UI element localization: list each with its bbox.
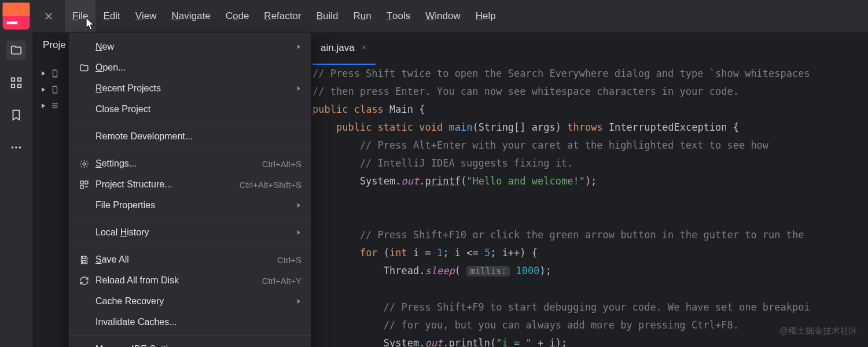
code-line: // Press Alt+Enter with your caret at th… (312, 136, 868, 154)
menu-separator (69, 335, 311, 336)
code-line: // Press Shift twice to open the Search … (312, 65, 868, 83)
menu-item-project-structure-[interactable]: Project Structure...Ctrl+Alt+Shift+S (69, 174, 311, 195)
menu-item-recent-projects[interactable]: Recent Projects (69, 78, 311, 99)
svg-rect-18 (80, 181, 83, 184)
menu-item-label: New (95, 42, 290, 52)
code-line: // Press Shift+F9 to start debugging you… (312, 298, 868, 316)
code-line: ▸public class Main { (312, 101, 868, 119)
menu-item-save-all[interactable]: Save AllCtrl+S (69, 249, 311, 270)
chevron-right-icon (296, 296, 301, 307)
menu-item-label: Manage IDE Settings (95, 344, 290, 347)
folder-icon (78, 63, 90, 73)
project-tree (41, 69, 59, 110)
structure-icon (78, 180, 90, 190)
menu-item-reload-all-from-disk[interactable]: Reload All from DiskCtrl+Alt+Y (69, 270, 311, 291)
menu-item-settings-[interactable]: Settings...Ctrl+Alt+S (69, 153, 311, 174)
more-icon[interactable] (6, 138, 26, 157)
menu-item-label: Remote Development... (95, 131, 301, 142)
svg-rect-7 (12, 84, 15, 88)
menu-item-label: Reload All from Disk (95, 275, 256, 286)
menu-item-label: Close Project (95, 104, 301, 115)
code-line: // Press Shift+F10 or click the green ar… (312, 226, 868, 244)
menu-item-new[interactable]: New (69, 36, 311, 57)
menu-item-manage-ide-settings[interactable]: Manage IDE Settings (69, 339, 311, 347)
svg-rect-20 (80, 185, 83, 188)
menu-shortcut: Ctrl+Alt+S (262, 159, 301, 169)
menu-separator (69, 150, 311, 150)
svg-rect-8 (18, 84, 21, 88)
menu-edit[interactable]: Edit (95, 0, 127, 32)
menu-item-label: Open... (95, 62, 301, 73)
editor-tab-strip: ain.java (312, 32, 376, 65)
svg-rect-5 (12, 78, 15, 82)
svg-point-17 (83, 163, 85, 165)
svg-rect-21 (82, 260, 86, 263)
menu-item-open-[interactable]: Open... (69, 57, 311, 78)
watermark-text: @稀土掘金技术社区 (779, 326, 858, 337)
title-bar: FileEditViewNavigateCodeRefactorBuildRun… (0, 0, 868, 32)
svg-rect-1 (3, 3, 30, 16)
menu-shortcut: Ctrl+Alt+Shift+S (240, 180, 301, 190)
svg-point-10 (15, 146, 17, 149)
menu-item-local-history[interactable]: Local History (69, 222, 311, 243)
menu-help[interactable]: Help (468, 0, 503, 32)
menu-separator (69, 246, 311, 246)
menu-item-label: Recent Projects (95, 83, 290, 94)
code-line: // IntelliJ IDEA suggests fixing it. (312, 154, 868, 172)
code-line (312, 280, 868, 298)
project-panel-title: Proje (32, 32, 70, 65)
menu-item-file-properties[interactable]: File Properties (69, 195, 311, 216)
menu-item-label: Save All (95, 254, 271, 265)
menu-item-label: Invalidate Caches... (95, 317, 301, 327)
menu-item-cache-recovery[interactable]: Cache Recovery (69, 291, 311, 312)
menu-item-remote-development-[interactable]: Remote Development... (69, 126, 311, 147)
code-line: // then press Enter. You can now see whi… (312, 83, 868, 101)
menu-window[interactable]: Window (418, 0, 468, 32)
save-icon (78, 255, 90, 265)
code-line (312, 208, 868, 226)
tab-label: ain.java (321, 42, 355, 54)
menu-navigate[interactable]: Navigate (164, 0, 218, 32)
menu-run[interactable]: Run (345, 0, 378, 32)
svg-rect-2 (7, 21, 18, 24)
svg-rect-19 (84, 181, 87, 184)
menu-item-label: File Properties (95, 200, 290, 211)
menu-shortcut: Ctrl+S (277, 255, 301, 265)
chevron-right-icon (296, 200, 301, 211)
menu-item-label: Cache Recovery (95, 296, 290, 307)
code-editor[interactable]: // Press Shift twice to open the Search … (312, 65, 868, 347)
tab-close-icon[interactable] (361, 42, 367, 54)
gear-icon (78, 159, 90, 169)
menu-separator (69, 123, 311, 123)
structure-tool-icon[interactable] (6, 73, 26, 93)
code-line: System.out.printf("Hello and welcome!"); (312, 172, 868, 190)
app-logo (0, 0, 32, 32)
code-line: for (int i = 1; i <= 5; i++) { (312, 244, 868, 262)
tree-row[interactable] (41, 86, 59, 94)
menu-refactor[interactable]: Refactor (256, 0, 308, 32)
project-tool-icon[interactable] (6, 40, 26, 60)
close-icon[interactable] (32, 0, 65, 32)
svg-point-11 (19, 146, 21, 149)
svg-rect-6 (18, 78, 21, 82)
tree-row[interactable] (41, 102, 59, 110)
bookmarks-tool-icon[interactable] (6, 105, 26, 125)
menu-code[interactable]: Code (218, 0, 257, 32)
editor-tab[interactable]: ain.java (312, 32, 376, 65)
menu-item-label: Settings... (95, 158, 256, 169)
mouse-cursor-icon (86, 17, 96, 33)
chevron-right-icon (296, 227, 301, 238)
svg-point-9 (12, 146, 14, 149)
tree-row[interactable] (41, 69, 59, 77)
menu-view[interactable]: View (128, 0, 164, 32)
menu-item-label: Local History (95, 227, 290, 238)
menu-build[interactable]: Build (309, 0, 346, 32)
chevron-right-icon (296, 83, 301, 94)
menu-item-close-project[interactable]: Close Project (69, 99, 311, 120)
menu-shortcut: Ctrl+Alt+Y (262, 276, 301, 286)
menu-item-invalidate-caches-[interactable]: Invalidate Caches... (69, 312, 311, 333)
left-tool-rail (0, 32, 32, 347)
code-line: ▸ public static void main(String[] args)… (312, 119, 868, 136)
menu-bar: FileEditViewNavigateCodeRefactorBuildRun… (65, 0, 503, 32)
menu-tools[interactable]: Tools (379, 0, 418, 32)
